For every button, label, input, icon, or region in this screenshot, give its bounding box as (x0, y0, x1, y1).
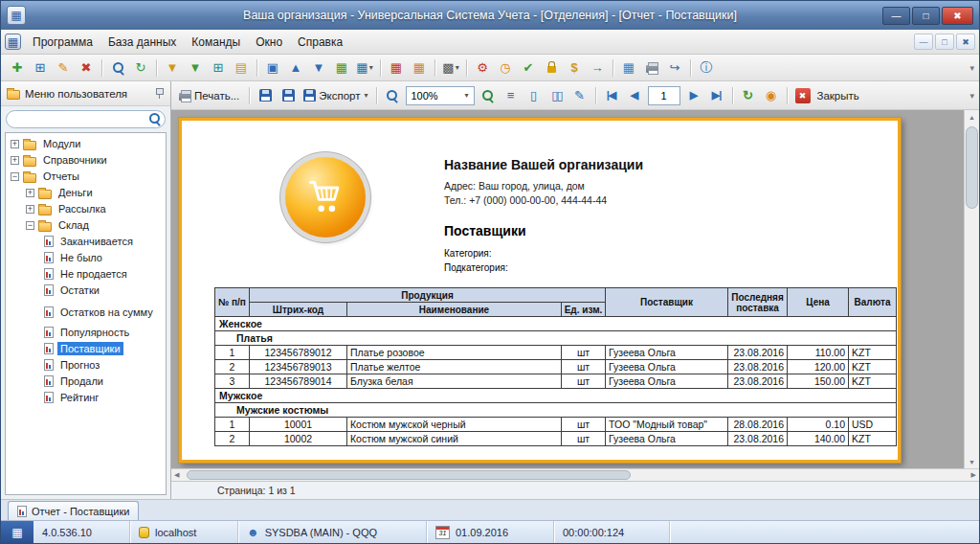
menu-spravka[interactable]: Справка (290, 33, 350, 52)
multi-page-button[interactable]: ▯▯ (546, 85, 568, 106)
scrollbar-thumb[interactable] (966, 126, 978, 209)
expander-icon[interactable]: + (11, 156, 19, 165)
tree-item-ostatki[interactable]: Остатки (6, 283, 166, 299)
print-icon[interactable] (641, 57, 662, 79)
last-page-button[interactable]: ▶| (706, 85, 727, 106)
export-file-button[interactable] (255, 85, 276, 106)
menu-komandy[interactable]: Команды (184, 33, 248, 52)
print-button[interactable]: Печать... (177, 85, 244, 106)
info-icon[interactable]: ⓘ (696, 57, 717, 79)
note-icon[interactable]: ▤ (231, 57, 252, 79)
search-magnifier-icon[interactable] (148, 112, 161, 125)
tree-item-sklad[interactable]: −Склад (6, 217, 166, 234)
expander-icon[interactable]: + (26, 189, 34, 197)
expander-icon[interactable]: − (26, 221, 34, 230)
tree-item-spravochniki[interactable]: +Справочники (6, 152, 166, 169)
tree-item-rassylka[interactable]: +Рассылка (6, 201, 166, 217)
zoom-select[interactable]: 100%▾ (406, 86, 475, 105)
expander-icon[interactable]: + (26, 205, 34, 214)
grid-add-icon[interactable]: ▦ (331, 57, 352, 79)
tree-item-ne-prodaetsya[interactable]: Не продается (6, 266, 166, 283)
menu-okno[interactable]: Окно (248, 33, 290, 52)
tab-otchet-postavshiki[interactable]: Отчет - Поставщики (8, 501, 139, 520)
tree-item-moduli[interactable]: +Модули (6, 136, 166, 152)
scrollbar-thumb[interactable] (187, 470, 631, 480)
add-column-icon[interactable]: ⊞ (208, 57, 229, 79)
first-page-button[interactable]: |◀ (601, 85, 622, 106)
report-structure-button[interactable]: ≡ (501, 85, 522, 106)
table-icon[interactable]: ▦ (618, 57, 639, 79)
prev-page-button[interactable]: ◀ (624, 85, 645, 106)
windows-icon[interactable]: ▣ (262, 57, 283, 79)
tools-icon[interactable]: ⚙ (472, 57, 493, 79)
scroll-right-icon[interactable]: ▶ (971, 469, 976, 481)
single-page-button[interactable]: ▯ (523, 85, 545, 106)
cell-barcode: 123456789013 (250, 360, 347, 374)
tree-item-reyting[interactable]: Рейтинг (6, 390, 166, 406)
page-number-input[interactable] (648, 86, 680, 105)
close-report-button[interactable]: ✖Закрыть (792, 85, 865, 106)
history-icon[interactable]: ◷ (495, 57, 516, 79)
cell-price: 0.10 (788, 418, 849, 432)
scroll-up-icon[interactable]: ▲ (969, 111, 975, 123)
close-button[interactable]: ✖ (942, 7, 973, 25)
tree-item-ne-bylo[interactable]: Не было (6, 250, 166, 266)
toolbar-overflow-button[interactable]: ▾ (969, 63, 974, 73)
tree-item-postavshchiki[interactable]: Поставщики (6, 341, 166, 357)
chevron-down-icon: ▾ (364, 92, 368, 100)
tree-item-populyarnost[interactable]: Популярность (6, 325, 166, 341)
search-input[interactable] (6, 110, 166, 128)
horizontal-scrollbar[interactable]: ◀ ▶ (171, 468, 979, 481)
menu-baza-dannyh[interactable]: База данных (100, 33, 184, 52)
toolbar-overflow-button[interactable]: ▾ (969, 91, 974, 101)
pin-icon[interactable] (154, 87, 165, 100)
delete-record-icon[interactable]: ✖ (76, 57, 97, 79)
tree-item-ostatkov-na-summu[interactable]: Остатков на сумму (6, 305, 166, 321)
next-page-button[interactable]: ▶ (683, 85, 704, 106)
mdi-restore-button[interactable]: □ (935, 34, 954, 50)
tree-item-dengi[interactable]: +Деньги (6, 185, 166, 201)
collapse-all-icon[interactable]: ▲ (285, 57, 306, 79)
tree-item-zakanchivaetsya[interactable]: Заканчивается (6, 234, 166, 250)
maximize-button[interactable]: □ (912, 7, 940, 25)
menu-programma[interactable]: Программа (25, 33, 100, 52)
tree-item-prognoz[interactable]: Прогноз (6, 357, 166, 374)
calendar-alt-icon[interactable]: ▦ (409, 57, 430, 79)
share-icon[interactable]: ↪ (664, 57, 685, 79)
copy-record-icon[interactable]: ⊞ (30, 57, 51, 79)
expander-icon[interactable]: + (11, 140, 19, 148)
expand-all-icon[interactable]: ▼ (308, 57, 329, 79)
scroll-down-icon[interactable]: ▼ (969, 456, 975, 467)
zoom-in-button[interactable] (478, 85, 499, 106)
export-button[interactable]: Экспорт▾ (301, 85, 370, 106)
add-record-icon[interactable]: ✚ (7, 57, 28, 79)
tree-item-otchety[interactable]: −Отчеты (6, 169, 166, 185)
lock-icon[interactable] (541, 57, 562, 79)
scroll-left-icon[interactable]: ◀ (174, 469, 179, 481)
minimize-button[interactable]: — (882, 7, 910, 25)
chart-menu-icon[interactable]: ▩▾ (440, 57, 461, 79)
save-button[interactable] (278, 85, 299, 106)
refresh-report-button[interactable]: ↻ (738, 85, 759, 106)
filter-add-icon[interactable]: ▼ (185, 57, 206, 79)
money-icon[interactable]: $ (564, 57, 585, 79)
tree-item-prodali[interactable]: Продали (6, 374, 166, 390)
page-edit-button[interactable]: ✎ (569, 85, 590, 106)
refresh-icon[interactable]: ↻ (130, 57, 151, 79)
filter-icon[interactable]: ▼ (162, 57, 183, 79)
calendar-icon[interactable]: ▦ (386, 57, 407, 79)
record-button[interactable]: ◉ (761, 85, 782, 106)
scrollbar-track[interactable] (965, 123, 979, 456)
grid-menu-icon[interactable]: ▦▾ (354, 57, 375, 79)
zoom-page-button[interactable] (382, 85, 403, 106)
vertical-scrollbar[interactable]: ▲ ▼ (964, 110, 979, 468)
statusbar-app-button[interactable]: ▦ (1, 521, 33, 543)
mdi-close-button[interactable]: ✖ (956, 34, 975, 50)
plus-icon: ✚ (12, 61, 23, 74)
search-icon[interactable] (107, 57, 128, 79)
exit-icon[interactable]: → (587, 57, 608, 79)
edit-record-icon[interactable]: ✎ (53, 57, 74, 79)
approve-icon[interactable]: ✔ (518, 57, 539, 79)
mdi-minimize-button[interactable]: — (914, 34, 933, 50)
expander-icon[interactable]: − (11, 172, 19, 181)
